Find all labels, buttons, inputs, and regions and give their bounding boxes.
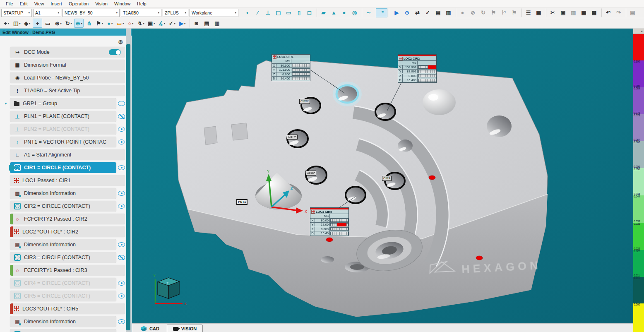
line-feature-button[interactable]: ∕ bbox=[253, 8, 262, 17]
menu-item[interactable]: Help bbox=[134, 1, 150, 6]
eye-visibility-icon[interactable] bbox=[118, 165, 125, 170]
marked-sets-button[interactable]: ▤ bbox=[433, 8, 443, 17]
chevron-expander-icon[interactable]: ▾ bbox=[3, 101, 8, 106]
cad-viewport[interactable]: HEXAGON X Y Z Y bbox=[132, 29, 633, 332]
menu-item[interactable]: Edit bbox=[17, 1, 31, 6]
view-orientation-button[interactable]: ◫ ▾ bbox=[12, 19, 22, 28]
report-template-button[interactable]: ▦ bbox=[534, 8, 543, 17]
menu-item[interactable]: File bbox=[2, 1, 17, 6]
toolbar-dropdown[interactable]: T1A0B0 ▾ bbox=[121, 9, 161, 17]
command-item[interactable]: ◉ Load Probe - NEW5_BY_50 bbox=[10, 72, 125, 83]
probe-path-button[interactable]: ⋔ ▾ bbox=[84, 19, 94, 28]
point-feature-button[interactable]: • bbox=[243, 8, 252, 17]
plane-feature-button[interactable]: ⊥ bbox=[263, 8, 273, 17]
dcc-mode-toggle[interactable] bbox=[109, 49, 121, 55]
command-item[interactable]: CIR6 = CIRCLE (CONTACT) bbox=[10, 329, 116, 332]
command-item[interactable]: ⊥ PLN1 = PLANE (CONTACT) bbox=[10, 111, 116, 122]
toolbar-dropdown[interactable]: NEW5_BY_50 ▾ bbox=[62, 9, 120, 17]
bookmark-button[interactable]: ⚑ bbox=[489, 8, 498, 17]
torus-feature-button[interactable]: ◎ bbox=[350, 8, 359, 17]
dimension-table[interactable]: LOC1 CIR1 MS X 80.000 bbox=[272, 54, 310, 81]
notch-feature-button[interactable]: ◻ bbox=[305, 8, 314, 17]
menu-item[interactable]: Insert bbox=[47, 1, 65, 6]
scrollbar-thumb[interactable] bbox=[126, 44, 130, 330]
stop-disabled-button[interactable]: ⊘ bbox=[468, 8, 478, 17]
sphere-feature-button[interactable]: ● bbox=[339, 8, 349, 17]
cut-button[interactable]: ✂ bbox=[546, 8, 557, 17]
feature-label[interactable]: PNT1 bbox=[236, 199, 248, 205]
sidebar-scrollbar[interactable] bbox=[126, 29, 131, 332]
window-layout-button[interactable]: ▣ ▾ bbox=[147, 19, 156, 28]
probe-utilities-button[interactable]: ⊛ ▾ bbox=[53, 19, 63, 28]
circle-feature-button[interactable]: ▢ bbox=[274, 8, 283, 17]
command-item[interactable]: CIR3 = CIRCLE (CONTACT) bbox=[10, 252, 116, 263]
command-item[interactable]: CIR2 = CIRCLE (CONTACT) bbox=[10, 201, 116, 212]
command-item[interactable]: ⊥ PLN2 = PLANE (CONTACT) bbox=[10, 124, 116, 135]
command-item[interactable]: LOC3 *OUTTOL* : CIR5 bbox=[10, 303, 125, 314]
command-item[interactable]: ▦ Dimension Format bbox=[10, 60, 125, 70]
menu-item[interactable]: Window bbox=[111, 1, 134, 6]
eye-visibility-icon[interactable] bbox=[118, 101, 125, 106]
probe-mode-button[interactable]: ⌖ ▾ bbox=[2, 19, 11, 28]
toolbar-dropdown[interactable]: Workplane ▾ bbox=[190, 9, 238, 17]
toolbar-dropdown[interactable]: ZPLUS ▾ bbox=[163, 9, 188, 17]
execute-feature-button[interactable]: ⊙ bbox=[402, 8, 412, 17]
menu-item[interactable]: Vision bbox=[92, 1, 111, 6]
eye-visibility-icon[interactable] bbox=[118, 114, 125, 119]
sphere-display-button[interactable]: ● ▾ bbox=[105, 19, 115, 28]
verify-check-button[interactable]: ✓ ▾ bbox=[167, 19, 177, 28]
feature-label[interactable]: CIR7* bbox=[287, 135, 298, 140]
eye-visibility-icon[interactable] bbox=[118, 242, 125, 247]
undo-button[interactable]: ↶ bbox=[601, 8, 613, 17]
pan-view-button[interactable]: + ▾ bbox=[33, 19, 42, 28]
paste-button[interactable]: ▥ bbox=[569, 8, 578, 17]
eye-visibility-icon[interactable] bbox=[118, 255, 125, 260]
continue-button[interactable]: ↻ bbox=[478, 8, 488, 17]
view-tab[interactable]: CAD bbox=[135, 325, 165, 332]
command-item[interactable]: ↕ PNT1 = VECTOR POINT (CONTAC bbox=[10, 137, 116, 147]
bookmark-clear-button[interactable]: ⚑ bbox=[509, 8, 519, 17]
feature-label[interactable]: CIR4 bbox=[382, 176, 392, 181]
eye-visibility-icon[interactable] bbox=[118, 204, 125, 209]
quick-fixture-button[interactable]: ⚑ ▾ bbox=[95, 19, 104, 28]
gage-circle-button[interactable]: ○ ▾ bbox=[126, 19, 135, 28]
cylinder-feature-button[interactable]: ▰ bbox=[317, 8, 328, 17]
copy-button[interactable]: ▣ bbox=[558, 8, 568, 17]
bookmark-insert-button[interactable]: ⚐ bbox=[499, 8, 509, 17]
comment-button[interactable]: ▭ ▾ bbox=[43, 19, 53, 28]
redo-button[interactable]: ↷ bbox=[614, 8, 623, 17]
command-item[interactable]: ! T1A0B0 = Set Active Tip bbox=[10, 85, 125, 96]
rotate-view-button[interactable]: ↻ ▾ bbox=[64, 19, 73, 28]
cone-feature-button[interactable]: ▲ bbox=[329, 8, 339, 17]
orientation-cube[interactable]: Y X Z bbox=[153, 274, 187, 306]
command-item[interactable]: ↦ DCC Mode bbox=[10, 47, 125, 58]
toolbar-dropdown[interactable]: A1 ▾ bbox=[33, 9, 61, 17]
gage-rectangle-button[interactable]: ▭ ▾ bbox=[115, 19, 125, 28]
eye-visibility-icon[interactable] bbox=[118, 140, 125, 144]
command-item[interactable]: GRP1 = Group bbox=[10, 98, 116, 109]
report-chart-button[interactable]: ▥ ▾ bbox=[212, 19, 222, 28]
command-item[interactable]: ○ FCFCIRTY1 Passed : CIR3 bbox=[10, 265, 125, 276]
report-id-button[interactable]: ▤ ▾ bbox=[202, 19, 211, 28]
pattern-button[interactable]: ▩ bbox=[589, 8, 599, 17]
print-button[interactable]: ▤ bbox=[626, 8, 637, 17]
round-slot-feature-button[interactable]: ▭ bbox=[284, 8, 293, 17]
command-item[interactable]: LOC2 *OUTTOL* : CIR2 bbox=[10, 226, 125, 237]
dimension-table[interactable]: LOC2 CIR2 MS X 108.991 bbox=[398, 54, 437, 83]
execute-program-button[interactable]: ▶ bbox=[390, 8, 401, 17]
report-window-button[interactable]: ☰ bbox=[521, 8, 533, 17]
curve-feature-button[interactable]: ∼ bbox=[362, 8, 373, 17]
feature-label[interactable]: CIR6* bbox=[305, 171, 316, 176]
auto-feature-button[interactable]: * bbox=[376, 8, 387, 17]
loop-toggle-button[interactable]: ⇄ bbox=[413, 8, 422, 17]
gear-icon[interactable]: ☸ bbox=[118, 38, 123, 46]
optimize-path-button[interactable]: ↯ ▾ bbox=[136, 19, 146, 28]
eye-visibility-icon[interactable] bbox=[118, 294, 125, 298]
command-item[interactable]: ○ FCFCIRTY2 Passed : CIR2 bbox=[10, 214, 125, 224]
eye-visibility-icon[interactable] bbox=[118, 191, 125, 196]
feature-label[interactable]: CIR8* bbox=[299, 99, 310, 104]
close-icon[interactable]: × bbox=[641, 29, 643, 33]
cad-display-button[interactable]: ◈ ▾ bbox=[22, 19, 32, 28]
dimension-table[interactable]: LOC3 CIR5 MS X 80.00 bbox=[310, 207, 349, 236]
command-item[interactable]: CIR1 = CIRCLE (CONTACT) bbox=[10, 162, 116, 173]
